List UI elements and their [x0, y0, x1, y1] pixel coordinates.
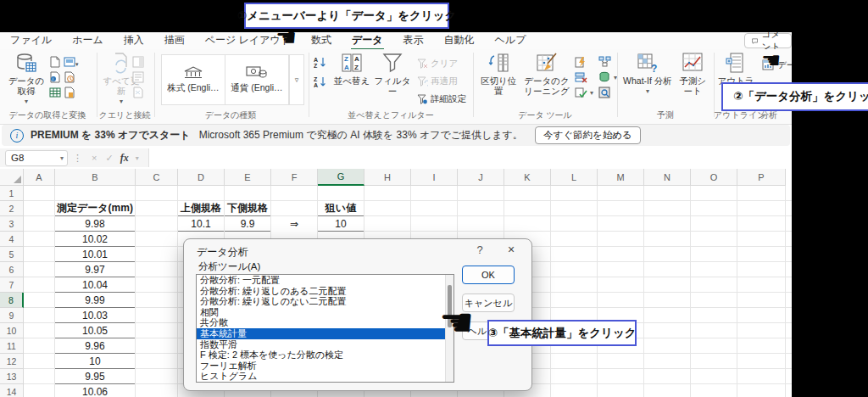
- row-header-4[interactable]: 4: [0, 232, 24, 247]
- datatypes-gallery-more-button[interactable]: ▿: [289, 54, 304, 105]
- row-header-8[interactable]: 8: [0, 293, 24, 308]
- column-header-I[interactable]: I: [411, 169, 458, 186]
- sheet-cell-B6[interactable]: 9.97: [55, 262, 135, 277]
- column-header-N[interactable]: N: [644, 169, 691, 186]
- column-header-C[interactable]: C: [136, 169, 178, 186]
- whatif-analysis-button[interactable]: ? What-If 分析 ▾: [622, 52, 673, 95]
- menu-tab-1[interactable]: ホーム: [71, 32, 104, 51]
- sort-button[interactable]: ZA AZ 並べ替え: [332, 52, 371, 86]
- select-all-corner[interactable]: [0, 169, 24, 186]
- flash-fill-icon[interactable]: [575, 56, 587, 68]
- chevron-down-icon[interactable]: ▾: [136, 154, 139, 162]
- column-header-O[interactable]: O: [691, 169, 737, 186]
- sheet-cell-E3[interactable]: 9.9: [225, 216, 270, 232]
- get-data-button[interactable]: データの取得 ▾: [7, 52, 46, 105]
- sheet-cell-B8[interactable]: 9.99: [55, 293, 135, 308]
- formula-input[interactable]: [148, 148, 792, 167]
- from-picture-icon[interactable]: ▾: [64, 56, 79, 68]
- sheet-cell-D2[interactable]: 上側規格: [178, 201, 224, 216]
- sort-ascending-icon[interactable]: AZ: [314, 56, 327, 69]
- sheet-cell-B7[interactable]: 10.04: [55, 277, 135, 293]
- text-to-columns-button[interactable]: 区切り位置: [476, 52, 520, 96]
- name-box[interactable]: G8 ▾: [5, 150, 68, 166]
- column-header-M[interactable]: M: [598, 169, 644, 186]
- menu-tab-6[interactable]: データ: [351, 32, 384, 51]
- menu-tab-7[interactable]: 表示: [403, 32, 425, 51]
- analysis-tool-item-7[interactable]: F 検定: 2 標本を使った分散の検定: [197, 349, 453, 361]
- row-header-14[interactable]: 14: [0, 384, 24, 397]
- confirm-entry-icon[interactable]: ✓: [105, 153, 113, 164]
- row-header-1[interactable]: 1: [0, 186, 24, 201]
- sheet-cell-G3[interactable]: 10: [318, 216, 364, 232]
- properties-icon[interactable]: [132, 71, 144, 83]
- column-header-F[interactable]: F: [271, 169, 318, 186]
- sheet-cell-B14[interactable]: 10.06: [55, 384, 135, 397]
- forecast-sheet-button[interactable]: 予測シート: [675, 52, 710, 96]
- analysis-tool-item-6[interactable]: 指数平滑: [197, 339, 453, 350]
- sheet-cell-B12[interactable]: 10: [55, 354, 135, 369]
- ok-button[interactable]: OK: [462, 266, 515, 284]
- row-header-3[interactable]: 3: [0, 216, 24, 232]
- comments-button[interactable]: コメント: [744, 33, 792, 48]
- column-header-H[interactable]: H: [364, 169, 411, 186]
- insert-function-icon[interactable]: fx: [120, 152, 129, 165]
- analysis-tool-item-8[interactable]: フーリエ解析: [197, 361, 453, 372]
- currency-datatype-button[interactable]: 通貨 (Engli…: [225, 54, 289, 105]
- sheet-cell-E2[interactable]: 下側規格: [225, 201, 270, 216]
- column-header-J[interactable]: J: [458, 169, 504, 186]
- menu-tab-8[interactable]: 自動化: [443, 32, 476, 51]
- queries-connections-icon[interactable]: [132, 56, 144, 68]
- analysis-tool-item-4[interactable]: 共分散: [197, 317, 453, 328]
- from-web-icon[interactable]: [64, 87, 75, 98]
- sort-descending-icon[interactable]: ZA: [314, 75, 327, 88]
- column-header-P[interactable]: P: [737, 169, 786, 186]
- row-header-6[interactable]: 6: [0, 262, 24, 277]
- formula-bar-handle[interactable]: ⋮: [73, 153, 82, 164]
- menu-tab-9[interactable]: ヘルプ: [494, 32, 527, 51]
- analysis-tool-item-5[interactable]: 基本統計量: [197, 328, 453, 339]
- row-header-9[interactable]: 9: [0, 308, 24, 323]
- sheet-cell-B3[interactable]: 9.98: [55, 216, 135, 232]
- row-header-7[interactable]: 7: [0, 277, 24, 293]
- analysis-tool-item-9[interactable]: ヒストグラム: [197, 371, 453, 382]
- analysis-tool-item-2[interactable]: 分散分析: 繰り返しのない二元配置: [197, 296, 453, 307]
- sheet-cell-B2[interactable]: 測定データ(mm): [55, 201, 135, 216]
- from-text-csv-icon[interactable]: [49, 56, 61, 68]
- edit-links-icon[interactable]: [132, 87, 144, 98]
- row-header-12[interactable]: 12: [0, 354, 24, 369]
- column-header-G[interactable]: G: [318, 169, 364, 186]
- analysis-tools-listbox[interactable]: 分散分析: 一元配置分散分析: 繰り返しのある二元配置分散分析: 繰り返しのない…: [196, 274, 454, 383]
- sheet-cell-B10[interactable]: 10.05: [55, 323, 135, 338]
- row-header-13[interactable]: 13: [0, 369, 24, 384]
- column-header-B[interactable]: B: [55, 169, 136, 186]
- sheet-cell-D3[interactable]: 10.1: [178, 216, 224, 232]
- dialog-close-icon[interactable]: ×: [503, 243, 520, 256]
- analysis-tool-item-1[interactable]: 分散分析: 繰り返しのある二元配置: [197, 286, 453, 297]
- from-table-range-icon[interactable]: [49, 87, 61, 98]
- stocks-datatype-button[interactable]: 株式 (Engli…: [161, 54, 225, 105]
- existing-connections-icon[interactable]: [64, 71, 75, 83]
- sheet-cell-B9[interactable]: 10.03: [55, 308, 135, 323]
- manage-data-model-icon[interactable]: [598, 87, 611, 98]
- sheet-cell-B11[interactable]: 9.96: [55, 338, 135, 354]
- row-header-2[interactable]: 2: [0, 201, 24, 216]
- column-header-L[interactable]: L: [551, 169, 598, 186]
- column-header-K[interactable]: K: [504, 169, 551, 186]
- sheet-cell-B13[interactable]: 9.95: [55, 369, 135, 384]
- sheet-cell-G2[interactable]: 狙い値: [318, 201, 364, 216]
- remove-duplicates-icon[interactable]: [575, 71, 587, 83]
- start-saving-button[interactable]: 今すぐ節約を始める: [535, 126, 641, 144]
- cancel-entry-icon[interactable]: ×: [92, 153, 97, 163]
- recent-sources-icon[interactable]: i: [49, 71, 61, 83]
- row-header-10[interactable]: 10: [0, 323, 24, 338]
- row-header-11[interactable]: 11: [0, 338, 24, 354]
- data-validation-icon[interactable]: [575, 87, 587, 98]
- consolidate-icon[interactable]: [598, 56, 611, 68]
- menu-tab-5[interactable]: 数式: [310, 32, 332, 51]
- filter-button[interactable]: フィルター: [373, 52, 412, 96]
- reapply-filter-button[interactable]: 再適用: [417, 75, 466, 87]
- column-header-E[interactable]: E: [225, 169, 271, 186]
- sheet-cell-B4[interactable]: 10.02: [55, 232, 135, 247]
- menu-tab-0[interactable]: ファイル: [9, 32, 53, 51]
- advanced-filter-button[interactable]: 詳細設定: [417, 93, 466, 105]
